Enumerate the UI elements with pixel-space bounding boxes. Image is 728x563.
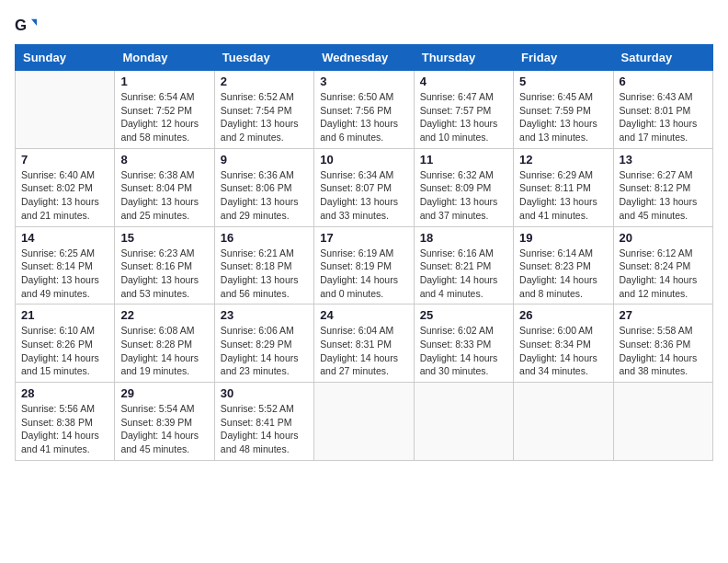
day-number: 14: [21, 231, 108, 245]
calendar-cell: 2Sunrise: 6:52 AMSunset: 7:54 PMDaylight…: [214, 71, 313, 149]
day-info: Sunrise: 5:52 AMSunset: 8:41 PMDaylight:…: [221, 402, 308, 456]
header: G: [15, 15, 713, 37]
day-number: 3: [320, 75, 407, 88]
calendar-cell: 5Sunrise: 6:45 AMSunset: 7:59 PMDaylight…: [514, 71, 613, 149]
calendar-cell: [16, 71, 115, 149]
calendar-cell: 24Sunrise: 6:04 AMSunset: 8:31 PMDayligh…: [314, 304, 414, 383]
calendar-cell: 12Sunrise: 6:29 AMSunset: 8:11 PMDayligh…: [514, 148, 613, 226]
calendar-cell: 18Sunrise: 6:16 AMSunset: 8:21 PMDayligh…: [414, 226, 513, 304]
calendar-cell: [414, 383, 513, 461]
day-number: 1: [120, 75, 208, 88]
calendar-cell: 30Sunrise: 5:52 AMSunset: 8:41 PMDayligh…: [214, 383, 313, 461]
calendar-cell: 13Sunrise: 6:27 AMSunset: 8:12 PMDayligh…: [613, 148, 712, 226]
day-number: 29: [120, 386, 208, 400]
calendar-cell: 16Sunrise: 6:21 AMSunset: 8:18 PMDayligh…: [214, 226, 313, 304]
day-info: Sunrise: 6:34 AMSunset: 8:07 PMDaylight:…: [320, 168, 407, 223]
day-number: 12: [519, 153, 607, 167]
day-number: 10: [320, 153, 407, 167]
day-number: 2: [221, 75, 308, 88]
day-info: Sunrise: 6:29 AMSunset: 8:11 PMDaylight:…: [519, 168, 607, 223]
day-number: 23: [221, 308, 308, 322]
day-info: Sunrise: 6:21 AMSunset: 8:18 PMDaylight:…: [221, 247, 308, 301]
day-info: Sunrise: 6:32 AMSunset: 8:09 PMDaylight:…: [420, 168, 507, 223]
day-number: 21: [21, 308, 108, 322]
day-number: 18: [420, 231, 507, 245]
day-number: 19: [519, 231, 607, 245]
calendar-cell: 27Sunrise: 5:58 AMSunset: 8:36 PMDayligh…: [613, 304, 712, 383]
calendar-cell: 10Sunrise: 6:34 AMSunset: 8:07 PMDayligh…: [314, 148, 414, 226]
day-info: Sunrise: 6:25 AMSunset: 8:14 PMDaylight:…: [21, 247, 108, 301]
calendar-cell: 17Sunrise: 6:19 AMSunset: 8:19 PMDayligh…: [314, 226, 414, 304]
day-number: 27: [620, 308, 707, 322]
day-number: 24: [320, 308, 407, 322]
day-info: Sunrise: 6:02 AMSunset: 8:33 PMDaylight:…: [420, 324, 507, 378]
day-header-sunday: Sunday: [16, 45, 115, 71]
day-info: Sunrise: 6:40 AMSunset: 8:02 PMDaylight:…: [21, 168, 108, 223]
day-info: Sunrise: 6:52 AMSunset: 7:54 PMDaylight:…: [221, 90, 308, 144]
day-info: Sunrise: 6:04 AMSunset: 8:31 PMDaylight:…: [320, 324, 407, 378]
day-number: 6: [620, 75, 707, 88]
day-number: 8: [120, 153, 208, 167]
calendar-cell: 11Sunrise: 6:32 AMSunset: 8:09 PMDayligh…: [414, 148, 513, 226]
calendar-cell: [314, 383, 414, 461]
day-info: Sunrise: 6:12 AMSunset: 8:24 PMDaylight:…: [620, 247, 707, 301]
calendar-cell: 28Sunrise: 5:56 AMSunset: 8:38 PMDayligh…: [16, 383, 115, 461]
logo-icon: G: [15, 15, 37, 37]
calendar-cell: 21Sunrise: 6:10 AMSunset: 8:26 PMDayligh…: [16, 304, 115, 383]
calendar-cell: 15Sunrise: 6:23 AMSunset: 8:16 PMDayligh…: [115, 226, 214, 304]
calendar-cell: 23Sunrise: 6:06 AMSunset: 8:29 PMDayligh…: [214, 304, 313, 383]
day-info: Sunrise: 5:56 AMSunset: 8:38 PMDaylight:…: [21, 402, 108, 456]
day-info: Sunrise: 6:36 AMSunset: 8:06 PMDaylight:…: [221, 168, 308, 223]
calendar-cell: [613, 383, 712, 461]
day-number: 26: [519, 308, 607, 322]
calendar-cell: 26Sunrise: 6:00 AMSunset: 8:34 PMDayligh…: [514, 304, 613, 383]
day-info: Sunrise: 6:38 AMSunset: 8:04 PMDaylight:…: [120, 168, 208, 223]
day-header-saturday: Saturday: [613, 45, 712, 71]
day-info: Sunrise: 6:08 AMSunset: 8:28 PMDaylight:…: [120, 324, 208, 378]
calendar-header-row: SundayMondayTuesdayWednesdayThursdayFrid…: [16, 45, 713, 71]
calendar-cell: 8Sunrise: 6:38 AMSunset: 8:04 PMDaylight…: [115, 148, 214, 226]
day-info: Sunrise: 5:58 AMSunset: 8:36 PMDaylight:…: [620, 324, 707, 378]
day-info: Sunrise: 6:06 AMSunset: 8:29 PMDaylight:…: [221, 324, 308, 378]
calendar-week-2: 7Sunrise: 6:40 AMSunset: 8:02 PMDaylight…: [16, 148, 713, 226]
calendar-cell: 14Sunrise: 6:25 AMSunset: 8:14 PMDayligh…: [16, 226, 115, 304]
day-header-friday: Friday: [514, 45, 613, 71]
calendar-cell: 3Sunrise: 6:50 AMSunset: 7:56 PMDaylight…: [314, 71, 414, 149]
day-info: Sunrise: 6:10 AMSunset: 8:26 PMDaylight:…: [21, 324, 108, 378]
calendar-cell: 22Sunrise: 6:08 AMSunset: 8:28 PMDayligh…: [115, 304, 214, 383]
day-header-thursday: Thursday: [414, 45, 513, 71]
day-number: 30: [221, 386, 308, 400]
day-header-wednesday: Wednesday: [314, 45, 414, 71]
svg-text:G: G: [15, 17, 27, 34]
day-info: Sunrise: 6:23 AMSunset: 8:16 PMDaylight:…: [120, 247, 208, 301]
day-info: Sunrise: 5:54 AMSunset: 8:39 PMDaylight:…: [120, 402, 208, 456]
calendar-week-4: 21Sunrise: 6:10 AMSunset: 8:26 PMDayligh…: [16, 304, 713, 383]
day-number: 11: [420, 153, 507, 167]
day-number: 13: [620, 153, 707, 167]
day-number: 4: [420, 75, 507, 88]
calendar-cell: [514, 383, 613, 461]
calendar-week-5: 28Sunrise: 5:56 AMSunset: 8:38 PMDayligh…: [16, 383, 713, 461]
day-number: 22: [120, 308, 208, 322]
day-info: Sunrise: 6:14 AMSunset: 8:23 PMDaylight:…: [519, 247, 607, 301]
day-number: 7: [21, 153, 108, 167]
calendar-cell: 7Sunrise: 6:40 AMSunset: 8:02 PMDaylight…: [16, 148, 115, 226]
day-info: Sunrise: 6:54 AMSunset: 7:52 PMDaylight:…: [120, 90, 208, 144]
day-number: 28: [21, 386, 108, 400]
day-number: 16: [221, 231, 308, 245]
calendar-cell: 9Sunrise: 6:36 AMSunset: 8:06 PMDaylight…: [214, 148, 313, 226]
day-info: Sunrise: 6:19 AMSunset: 8:19 PMDaylight:…: [320, 247, 407, 301]
day-info: Sunrise: 6:43 AMSunset: 8:01 PMDaylight:…: [620, 90, 707, 144]
logo: G: [15, 15, 40, 37]
svg-marker-1: [31, 19, 37, 26]
day-info: Sunrise: 6:45 AMSunset: 7:59 PMDaylight:…: [519, 90, 607, 144]
day-info: Sunrise: 6:27 AMSunset: 8:12 PMDaylight:…: [620, 168, 707, 223]
calendar-week-1: 1Sunrise: 6:54 AMSunset: 7:52 PMDaylight…: [16, 71, 713, 149]
day-header-tuesday: Tuesday: [214, 45, 313, 71]
calendar-cell: 25Sunrise: 6:02 AMSunset: 8:33 PMDayligh…: [414, 304, 513, 383]
day-number: 17: [320, 231, 407, 245]
calendar-cell: 4Sunrise: 6:47 AMSunset: 7:57 PMDaylight…: [414, 71, 513, 149]
day-number: 25: [420, 308, 507, 322]
calendar-cell: 6Sunrise: 6:43 AMSunset: 8:01 PMDaylight…: [613, 71, 712, 149]
day-number: 20: [620, 231, 707, 245]
